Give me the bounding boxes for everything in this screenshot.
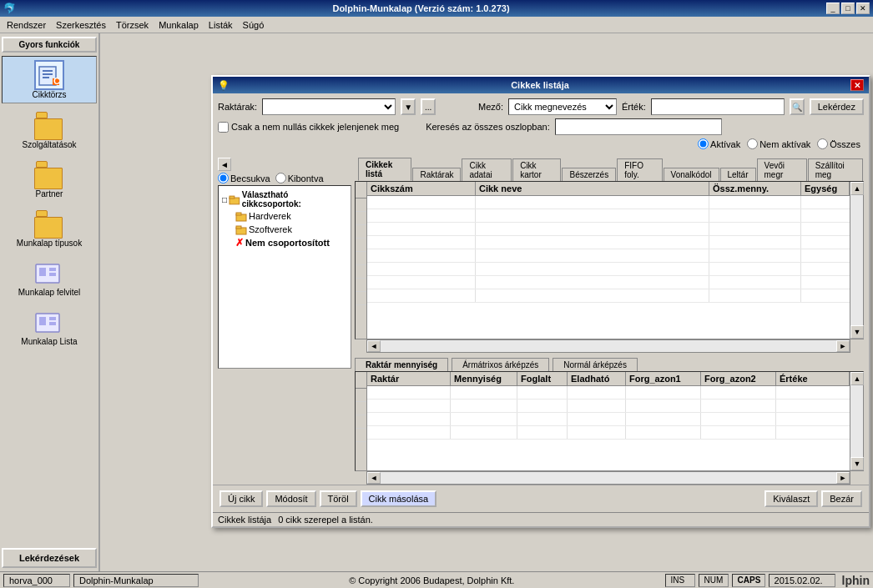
bottom-tabs: Raktár mennyiség Ármátrixos árképzés Nor…	[355, 358, 864, 371]
tab-beszerzes[interactable]: Bészerzés	[562, 168, 616, 181]
bscroll-up[interactable]: ▲	[850, 372, 864, 385]
uj-cikk-button[interactable]: Új cikk	[220, 490, 263, 507]
menu-szerkesztes[interactable]: Szerkesztés	[51, 18, 111, 32]
mezo-select[interactable]: Cikk megnevezés Cikkszám Egyéb	[508, 98, 617, 115]
nem-csoportositott-label: Nem csoportosított	[245, 238, 330, 248]
ertek-input[interactable]	[651, 98, 785, 115]
scroll-down-btn[interactable]: ▼	[850, 325, 864, 339]
raktarak-select[interactable]	[262, 98, 396, 115]
table-scrollbar-h[interactable]: ◄ ►	[366, 339, 850, 353]
torol-button[interactable]: Töröl	[320, 490, 357, 507]
menu-bar: Rendszer Szerkesztés Törzsek Munkalap Li…	[0, 17, 873, 33]
table-row-1	[367, 196, 850, 209]
radio-kibontva[interactable]	[275, 173, 286, 183]
table-scrollbar-v[interactable]: ▲ ▼	[850, 182, 863, 339]
bottom-scrollbar-v[interactable]: ▲ ▼	[850, 372, 863, 470]
bscroll-right[interactable]: ►	[836, 472, 850, 484]
bscroll-left[interactable]: ◄	[367, 472, 381, 484]
radio-becsukva-label[interactable]: Becsukva	[218, 173, 270, 183]
radio-nem-aktiv-label[interactable]: Nem aktívak	[747, 138, 810, 149]
sidebar-item-partner[interactable]: Partner	[2, 156, 97, 202]
maximize-button[interactable]: □	[841, 3, 855, 14]
nav-left-arrow[interactable]: ◄	[218, 158, 231, 171]
title-bar-text: Dolphin-Munkalap (Verzió szám: 1.0.273)	[16, 3, 826, 13]
scroll-right-btn[interactable]: ►	[836, 340, 850, 352]
bezar-button[interactable]: Bezár	[821, 490, 862, 507]
modosit-button[interactable]: Módosít	[266, 490, 315, 507]
nullas-checkbox[interactable]	[218, 122, 229, 133]
bottom-table-wrapper: Raktár Mennyiség Foglalt Eladható Forg_a…	[355, 371, 864, 471]
tab-raktarak[interactable]: Raktárak	[412, 168, 461, 181]
keresesi-input[interactable]	[555, 118, 722, 135]
sidebar-item-munkalap-lista[interactable]: Munkalap Lista	[2, 304, 97, 349]
menu-listak[interactable]: Listák	[204, 18, 238, 32]
tree-item-szoftverek[interactable]: Szoftverek	[235, 223, 347, 236]
dialog-close-button[interactable]: ✕	[850, 79, 864, 91]
tab-fifo-foly[interactable]: FIFO foly.	[617, 158, 662, 181]
kivalaszt-button[interactable]: Kiválaszt	[765, 490, 818, 507]
table-row-4	[367, 236, 850, 249]
lekerdezesek-button[interactable]: Lekérdezések	[2, 548, 97, 568]
radio-aktiv[interactable]	[698, 138, 709, 149]
menu-sugo[interactable]: Súgó	[238, 18, 270, 32]
bottom-table-body[interactable]	[367, 386, 850, 470]
tab-cikk-kartor[interactable]: Cikk kartor	[512, 158, 561, 181]
sidebar-item-szolgaltatasok[interactable]: Szolgáltatások	[2, 107, 97, 153]
svg-rect-12	[49, 317, 56, 320]
status-appname: Dolphin-Munkalap	[73, 574, 199, 587]
radio-row: Aktívak Nem aktívak Összes	[218, 138, 864, 149]
tab-cikkek-lista[interactable]: Cikkek listá	[358, 158, 411, 181]
radio-kibontva-label[interactable]: Kibontva	[275, 173, 324, 183]
tab-cikk-adatai[interactable]: Cikk adatai	[462, 158, 512, 181]
bottom-tab-raktar-mennyiseg[interactable]: Raktár mennyiség	[355, 358, 448, 371]
svg-rect-13	[49, 322, 56, 325]
tab-leltar[interactable]: Leltár	[720, 168, 756, 181]
radio-osszes-label[interactable]: Összes	[817, 138, 860, 149]
tree-root[interactable]: □ Választható cikkcsoportok:	[222, 189, 347, 209]
cikk-masolasa-button[interactable]: Cikk másolása	[361, 490, 437, 507]
sidebar-item-munkalap-tipusok[interactable]: Munkalap típusok	[2, 205, 97, 251]
tab-szallitoi-meg[interactable]: Szállítoi meg	[808, 158, 863, 181]
radio-nem-aktiv[interactable]	[747, 138, 758, 149]
radio-osszes[interactable]	[817, 138, 828, 149]
scroll-left-btn[interactable]: ◄	[367, 340, 381, 352]
ertek-search-btn[interactable]: 🔍	[790, 98, 805, 115]
bcol-erteke: Értéke	[776, 372, 850, 385]
tab-vonalkodol[interactable]: Vonalkódol	[664, 168, 719, 181]
scroll-up-btn[interactable]: ▲	[850, 182, 864, 195]
svg-text:C: C	[53, 76, 60, 86]
sidebar-item-munkalap-felvitel[interactable]: Munkalap felvitel	[2, 254, 97, 300]
content-area: 💡 Cikkek listája ✕ Raktárak: ▼ ... Mez	[100, 33, 873, 571]
tree-item-hardverek[interactable]: Hardverek	[235, 209, 347, 223]
partner-icon	[34, 159, 64, 189]
table-header-row: Cikkszám Cikk neve Össz.menny. Egység	[367, 182, 850, 196]
menu-rendszer[interactable]: Rendszer	[2, 18, 51, 32]
menu-munkalap[interactable]: Munkalap	[154, 18, 204, 32]
bcol-forg-azon2: Forg_azon2	[701, 372, 776, 385]
row-ind-2	[356, 212, 366, 225]
menu-torzsek[interactable]: Törzsek	[111, 18, 154, 32]
sidebar-item-cikktorzs[interactable]: C Cikktörzs	[2, 56, 97, 103]
tree-item-nem-csoportositott[interactable]: ✗ Nem csoportosított	[235, 236, 347, 249]
mezo-label: Mező:	[478, 102, 503, 112]
bottom-tab-normal-arkepzes[interactable]: Normál árképzés	[553, 358, 638, 371]
checkbox-label[interactable]: Csak a nem nullás cikkek jelenjenek meg	[218, 122, 399, 133]
nav-row: ◄	[218, 158, 351, 171]
svg-rect-15	[230, 196, 235, 199]
radio-becsukva[interactable]	[218, 173, 229, 183]
row-indicator-header	[356, 182, 366, 199]
minimize-button[interactable]: _	[826, 3, 840, 14]
table-body[interactable]	[367, 196, 850, 339]
radio-aktiv-label[interactable]: Aktívak	[698, 138, 740, 149]
bottom-table-scrollbar-h[interactable]: ◄ ►	[366, 471, 850, 485]
lekerdez-button[interactable]: Lekérdez	[810, 98, 864, 115]
bottom-tab-armatrixos[interactable]: Ármátrixos árképzés	[452, 358, 549, 371]
bscroll-down[interactable]: ▼	[850, 457, 864, 470]
raktarak-search-btn[interactable]: ...	[421, 98, 436, 115]
tab-vevoi-megr[interactable]: Vevői megr	[757, 158, 807, 181]
raktarak-dropdown-btn[interactable]: ▼	[401, 98, 416, 115]
svg-rect-11	[39, 317, 46, 325]
close-button[interactable]: ✕	[856, 3, 870, 14]
svg-rect-3	[43, 77, 49, 78]
tree-panel[interactable]: □ Választható cikkcsoportok: Hardverek	[218, 185, 351, 369]
